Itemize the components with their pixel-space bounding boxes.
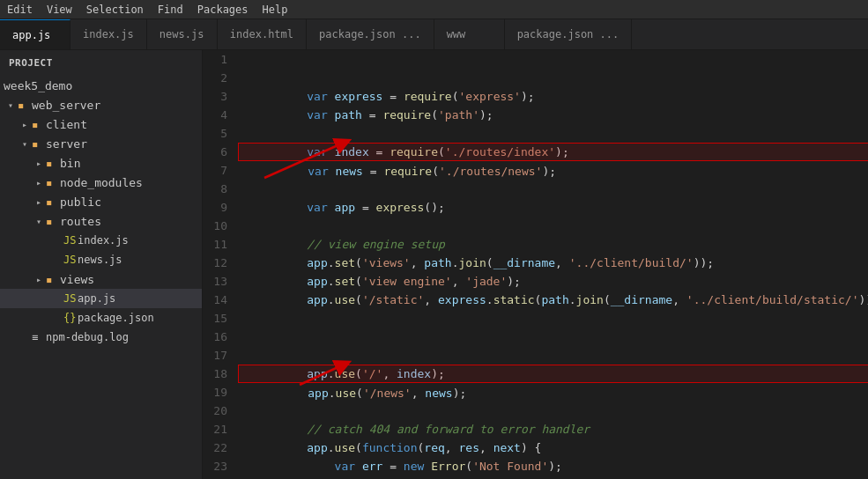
tab-index-html[interactable]: index.html <box>218 19 307 49</box>
tree-item-client[interactable]: ▸ ▪ client <box>0 114 202 134</box>
code-line-4 <box>238 106 868 124</box>
code-line-19 <box>238 383 868 402</box>
tree-item-node-modules[interactable]: ▸ ▪ node_modules <box>0 173 202 192</box>
code-line-13: app.use('/static', express.static(path.j… <box>238 272 868 291</box>
code-line-5: var index = require('./routes/index'); <box>238 124 868 143</box>
tabs-bar: app.js index.js news.js index.html packa… <box>0 19 868 50</box>
code-line-15 <box>238 309 868 328</box>
arrow-icon: ▸ <box>32 178 46 188</box>
tab-news-js[interactable]: news.js <box>147 19 218 49</box>
tree-item-npm-debug[interactable]: ≡ npm-debug.log <box>0 328 202 347</box>
folder-icon: ▪ <box>46 195 60 209</box>
menu-edit[interactable]: Edit <box>7 4 33 16</box>
tree-item-package-json[interactable]: {} package.json <box>0 308 202 328</box>
folder-icon: ▪ <box>32 137 46 151</box>
log-file-icon: ≡ <box>32 331 46 343</box>
js-file-icon: JS <box>63 254 78 266</box>
arrow-icon: ▸ <box>18 120 32 129</box>
folder-icon: ▪ <box>46 215 60 228</box>
menu-packages[interactable]: Packages <box>197 4 249 16</box>
code-line-18: app.use('/news', news); <box>238 365 868 383</box>
arrow-icon: ▸ <box>32 158 46 168</box>
tree-item-routes[interactable]: ▾ ▪ routes <box>0 211 202 231</box>
code-line-10: // view engine setup <box>238 217 868 235</box>
sidebar: Project week5_demo ▾ ▪ web_server ▸ ▪ cl… <box>0 50 203 479</box>
code-line-17: app.use('/', index); <box>238 346 868 365</box>
menu-find[interactable]: Find <box>158 4 183 16</box>
code-line-11: app.set('views', path.join(__dirname, '.… <box>238 235 868 254</box>
line-numbers: 1 2 3 4 5 6 7 8 9 10 11 12 13 14 15 16 1… <box>203 50 238 479</box>
code-line-14 <box>238 291 868 309</box>
sidebar-header: Project <box>0 50 202 76</box>
folder-icon: ▪ <box>46 176 60 189</box>
folder-icon: ▪ <box>46 273 60 286</box>
tree-item-bin[interactable]: ▸ ▪ bin <box>0 153 202 173</box>
menubar: Edit View Selection Find Packages Help <box>0 0 868 19</box>
json-file-icon: {} <box>63 312 78 324</box>
code-line-7 <box>238 161 868 180</box>
code-line-22: var err = new Error('Not Found'); <box>238 438 868 457</box>
code-line-6: var news = require('./routes/news'); <box>238 143 868 161</box>
code-line-8: var app = express(); <box>238 180 868 198</box>
tree-item-news-js[interactable]: JS news.js <box>0 250 202 269</box>
menu-selection[interactable]: Selection <box>86 4 144 16</box>
tab-package-json-1[interactable]: package.json ... <box>307 19 434 49</box>
arrow-icon: ▾ <box>4 100 18 110</box>
arrow-icon: ▾ <box>18 139 32 149</box>
arrow-icon: ▸ <box>32 275 46 284</box>
main-layout: Project week5_demo ▾ ▪ web_server ▸ ▪ cl… <box>0 50 868 479</box>
code-line-2: var express = require('express'); <box>238 69 868 87</box>
editor-area: 1 2 3 4 5 6 7 8 9 10 11 12 13 14 15 16 1… <box>203 50 868 479</box>
arrow-icon: ▸ <box>32 197 46 207</box>
menu-view[interactable]: View <box>47 4 72 16</box>
tree-item-week5[interactable]: week5_demo <box>0 76 202 95</box>
code-line-20: // catch 404 and forward to error handle… <box>238 402 868 420</box>
tree-item-server[interactable]: ▾ ▪ server <box>0 134 202 153</box>
js-file-icon: JS <box>63 234 78 247</box>
code-lines: var express = require('express'); var pa… <box>238 50 868 479</box>
tree-item-web-server[interactable]: ▾ ▪ web_server <box>0 95 202 114</box>
code-line-1 <box>238 50 868 69</box>
code-line-12: app.set('view engine', 'jade'); <box>238 254 868 272</box>
tab-index-js[interactable]: index.js <box>70 19 147 49</box>
tree-item-public[interactable]: ▸ ▪ public <box>0 192 202 211</box>
js-file-icon: JS <box>63 292 78 305</box>
tab-www[interactable]: www <box>434 19 505 49</box>
menu-help[interactable]: Help <box>263 4 288 16</box>
folder-icon: ▪ <box>46 157 60 170</box>
tab-app-js[interactable]: app.js <box>0 19 70 49</box>
tree-item-views[interactable]: ▸ ▪ views <box>0 269 202 289</box>
code-line-9 <box>238 198 868 217</box>
tree-item-index-js[interactable]: JS index.js <box>0 231 202 250</box>
code-line-23: err.status = 404; <box>238 457 868 475</box>
code-line-21: app.use(function(req, res, next) { <box>238 420 868 438</box>
folder-icon: ▪ <box>32 118 46 131</box>
code-container[interactable]: 1 2 3 4 5 6 7 8 9 10 11 12 13 14 15 16 1… <box>203 50 868 479</box>
code-line-3: var path = require('path'); <box>238 87 868 106</box>
tab-package-json-2[interactable]: package.json ... <box>505 19 633 49</box>
tree-item-app-js[interactable]: JS app.js <box>0 289 202 308</box>
folder-icon: ▪ <box>18 99 32 112</box>
code-line-16 <box>238 328 868 346</box>
code-line-24: res.send('404 Not Found'); <box>238 475 868 479</box>
arrow-icon: ▾ <box>32 217 46 226</box>
